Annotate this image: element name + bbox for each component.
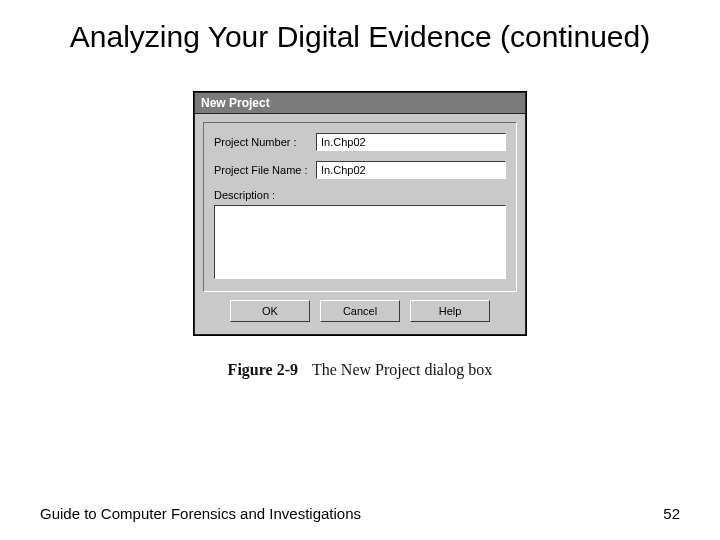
- description-label: Description :: [214, 189, 506, 201]
- figure-label: Figure 2-9: [228, 361, 298, 378]
- book-title: Guide to Computer Forensics and Investig…: [40, 505, 361, 522]
- page-number: 52: [663, 505, 680, 522]
- figure-text: The New Project dialog box: [312, 361, 492, 378]
- help-button[interactable]: Help: [410, 300, 490, 322]
- dialog-titlebar: New Project: [195, 93, 525, 114]
- slide: Analyzing Your Digital Evidence (continu…: [0, 0, 720, 540]
- project-number-row: Project Number :: [214, 133, 506, 151]
- ok-button[interactable]: OK: [230, 300, 310, 322]
- project-file-name-row: Project File Name :: [214, 161, 506, 179]
- slide-footer: Guide to Computer Forensics and Investig…: [40, 505, 680, 522]
- figure-caption: Figure 2-9The New Project dialog box: [228, 361, 493, 379]
- new-project-dialog: New Project Project Number : Project Fil…: [194, 92, 526, 335]
- page-title: Analyzing Your Digital Evidence (continu…: [40, 18, 680, 56]
- project-file-name-label: Project File Name :: [214, 164, 316, 176]
- project-number-label: Project Number :: [214, 136, 316, 148]
- dialog-figure: New Project Project Number : Project Fil…: [40, 92, 680, 379]
- project-file-name-input[interactable]: [316, 161, 506, 179]
- dialog-button-row: OK Cancel Help: [195, 300, 525, 334]
- description-input[interactable]: [214, 205, 506, 279]
- cancel-button[interactable]: Cancel: [320, 300, 400, 322]
- dialog-panel: Project Number : Project File Name : Des…: [203, 122, 517, 292]
- project-number-input[interactable]: [316, 133, 506, 151]
